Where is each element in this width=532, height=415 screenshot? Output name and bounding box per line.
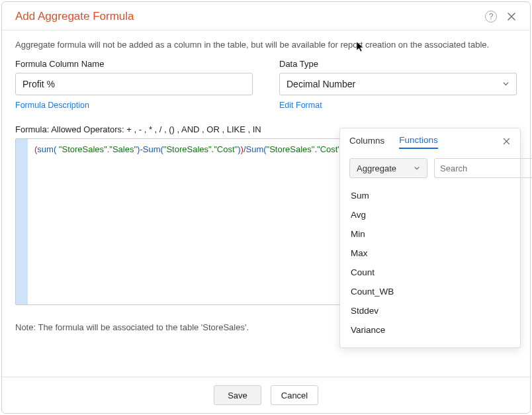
tab-columns[interactable]: Columns [349, 136, 384, 148]
functions-popover: Columns Functions Aggregate [339, 128, 521, 348]
tab-functions[interactable]: Functions [399, 135, 438, 149]
function-search[interactable] [434, 158, 532, 178]
cancel-button[interactable]: Cancel [271, 385, 318, 405]
function-item[interactable]: Max [349, 244, 511, 263]
function-item[interactable]: Count [349, 263, 511, 282]
save-button[interactable]: Save [214, 385, 261, 405]
function-list: SumAvgMinMaxCountCount_WBStddevVariance [349, 186, 511, 340]
header-actions: ? [485, 11, 517, 23]
function-item[interactable]: Avg [349, 205, 511, 224]
function-item[interactable]: Count_WB [349, 282, 511, 301]
function-category-select[interactable]: Aggregate [349, 158, 427, 178]
data-type-label: Data Type [279, 59, 517, 69]
dialog-body: Aggregate formula will not be added as a… [2, 30, 530, 377]
popover-controls: Aggregate [349, 158, 511, 178]
formula-editor-wrap: (sum( "StoreSales"."Sales")-Sum("StoreSa… [15, 138, 517, 305]
function-category-value: Aggregate [357, 163, 396, 173]
formula-description-link[interactable]: Formula Description [15, 101, 253, 110]
function-item[interactable]: Min [349, 224, 511, 244]
chevron-down-icon [502, 79, 510, 89]
dialog-title: Add Aggregate Formula [15, 10, 485, 23]
chevron-down-icon [414, 163, 420, 173]
dialog-footer: Save Cancel [2, 377, 530, 413]
formula-name-label: Formula Column Name [15, 59, 253, 69]
popover-close-icon[interactable] [502, 137, 511, 148]
fields-row: Formula Column Name Formula Description … [15, 59, 517, 110]
function-item[interactable]: Sum [349, 186, 511, 205]
dialog-header: Add Aggregate Formula ? [2, 2, 530, 30]
data-type-value: Decimal Number [287, 79, 355, 89]
data-type-select[interactable]: Decimal Number [279, 73, 517, 95]
data-type-field: Data Type Decimal Number Edit Format [279, 59, 517, 110]
help-icon[interactable]: ? [485, 11, 497, 23]
formula-name-input[interactable] [15, 73, 253, 95]
add-aggregate-formula-dialog: Add Aggregate Formula ? Aggregate formul… [1, 1, 531, 414]
editor-gutter [16, 139, 28, 304]
formula-code[interactable]: (sum( "StoreSales"."Sales")-Sum("StoreSa… [28, 139, 368, 304]
popover-tabs: Columns Functions [349, 135, 511, 149]
edit-format-link[interactable]: Edit Format [279, 101, 517, 110]
intro-text: Aggregate formula will not be added as a… [15, 40, 517, 50]
function-search-input[interactable] [440, 163, 532, 173]
close-icon[interactable] [506, 11, 517, 22]
function-item[interactable]: Variance [349, 320, 511, 340]
function-item[interactable]: Stddev [349, 301, 511, 320]
formula-name-field: Formula Column Name Formula Description [15, 59, 253, 110]
